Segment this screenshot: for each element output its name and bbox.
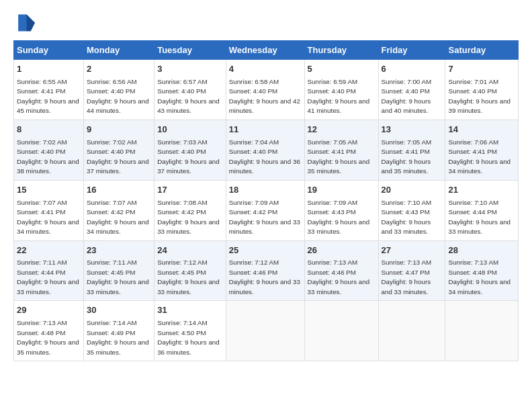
- day-detail: Sunrise: 7:10 AMSunset: 4:44 PMDaylight:…: [448, 199, 511, 236]
- calendar-cell: 15Sunrise: 7:07 AMSunset: 4:41 PMDayligh…: [14, 180, 84, 240]
- calendar-cell: 29Sunrise: 7:13 AMSunset: 4:48 PMDayligh…: [14, 301, 84, 361]
- calendar-table: SundayMondayTuesdayWednesdayThursdayFrid…: [13, 40, 519, 361]
- calendar-cell: [226, 301, 304, 361]
- day-detail: Sunrise: 7:13 AMSunset: 4:47 PMDaylight:…: [382, 259, 432, 295]
- calendar-cell: 26Sunrise: 7:13 AMSunset: 4:46 PMDayligh…: [304, 240, 378, 301]
- day-number: 5: [308, 63, 375, 76]
- day-number: 23: [87, 244, 151, 257]
- logo: [13, 12, 38, 34]
- calendar-cell: 30Sunrise: 7:14 AMSunset: 4:49 PMDayligh…: [84, 301, 154, 361]
- day-number: 11: [229, 124, 302, 136]
- calendar-cell: 10Sunrise: 7:03 AMSunset: 4:40 PMDayligh…: [154, 120, 226, 180]
- calendar-cell: 28Sunrise: 7:13 AMSunset: 4:48 PMDayligh…: [445, 240, 519, 301]
- calendar-week-3: 15Sunrise: 7:07 AMSunset: 4:41 PMDayligh…: [14, 180, 519, 240]
- page: SundayMondayTuesdayWednesdayThursdayFrid…: [0, 0, 532, 411]
- day-number: 8: [17, 124, 81, 136]
- calendar-cell: 2Sunrise: 6:56 AMSunset: 4:40 PMDaylight…: [84, 60, 154, 120]
- day-number: 12: [308, 124, 375, 136]
- day-detail: Sunrise: 7:00 AMSunset: 4:40 PMDaylight:…: [382, 78, 432, 115]
- day-detail: Sunrise: 6:55 AMSunset: 4:41 PMDaylight:…: [17, 78, 79, 115]
- col-header-friday: Friday: [378, 41, 445, 60]
- day-number: 1: [17, 63, 81, 76]
- calendar-cell: 27Sunrise: 7:13 AMSunset: 4:47 PMDayligh…: [378, 240, 445, 301]
- day-detail: Sunrise: 7:13 AMSunset: 4:48 PMDaylight:…: [448, 259, 511, 295]
- day-detail: Sunrise: 7:10 AMSunset: 4:43 PMDaylight:…: [382, 199, 432, 236]
- day-detail: Sunrise: 7:08 AMSunset: 4:42 PMDaylight:…: [157, 199, 220, 236]
- col-header-tuesday: Tuesday: [154, 41, 226, 60]
- col-header-monday: Monday: [84, 41, 154, 60]
- day-number: 2: [87, 63, 151, 76]
- calendar-week-5: 29Sunrise: 7:13 AMSunset: 4:48 PMDayligh…: [14, 301, 519, 361]
- calendar-cell: 25Sunrise: 7:12 AMSunset: 4:46 PMDayligh…: [226, 240, 304, 301]
- calendar-cell: 6Sunrise: 7:00 AMSunset: 4:40 PMDaylight…: [378, 60, 445, 120]
- calendar-cell: 19Sunrise: 7:09 AMSunset: 4:43 PMDayligh…: [304, 180, 378, 240]
- day-number: 21: [448, 184, 515, 197]
- day-number: 14: [448, 124, 515, 136]
- day-number: 15: [17, 184, 81, 197]
- day-detail: Sunrise: 7:05 AMSunset: 4:41 PMDaylight:…: [382, 138, 432, 175]
- day-detail: Sunrise: 6:58 AMSunset: 4:40 PMDaylight:…: [229, 78, 300, 115]
- day-number: 28: [448, 244, 515, 257]
- day-number: 22: [17, 244, 81, 257]
- calendar-cell: 23Sunrise: 7:11 AMSunset: 4:45 PMDayligh…: [84, 240, 154, 301]
- day-detail: Sunrise: 7:06 AMSunset: 4:41 PMDaylight:…: [448, 138, 511, 175]
- col-header-sunday: Sunday: [14, 41, 84, 60]
- day-number: 6: [382, 63, 443, 76]
- day-detail: Sunrise: 7:02 AMSunset: 4:40 PMDaylight:…: [17, 138, 79, 175]
- day-detail: Sunrise: 7:04 AMSunset: 4:40 PMDaylight:…: [229, 138, 300, 175]
- calendar-cell: 5Sunrise: 6:59 AMSunset: 4:40 PMDaylight…: [304, 60, 378, 120]
- day-detail: Sunrise: 7:07 AMSunset: 4:42 PMDaylight:…: [87, 199, 149, 236]
- calendar-week-1: 1Sunrise: 6:55 AMSunset: 4:41 PMDaylight…: [14, 60, 519, 120]
- calendar-cell: 18Sunrise: 7:09 AMSunset: 4:42 PMDayligh…: [226, 180, 304, 240]
- day-detail: Sunrise: 7:09 AMSunset: 4:42 PMDaylight:…: [229, 199, 300, 236]
- day-detail: Sunrise: 7:01 AMSunset: 4:40 PMDaylight:…: [448, 78, 511, 115]
- calendar-cell: [378, 301, 445, 361]
- day-detail: Sunrise: 7:12 AMSunset: 4:46 PMDaylight:…: [229, 259, 300, 295]
- day-number: 17: [157, 184, 223, 197]
- day-detail: Sunrise: 7:02 AMSunset: 4:40 PMDaylight:…: [87, 138, 149, 175]
- day-detail: Sunrise: 7:05 AMSunset: 4:41 PMDaylight:…: [308, 138, 370, 175]
- day-number: 10: [157, 124, 223, 136]
- day-detail: Sunrise: 6:56 AMSunset: 4:40 PMDaylight:…: [87, 78, 149, 115]
- col-header-thursday: Thursday: [304, 41, 378, 60]
- day-number: 30: [87, 304, 151, 317]
- day-number: 18: [229, 184, 302, 197]
- day-detail: Sunrise: 7:14 AMSunset: 4:49 PMDaylight:…: [87, 319, 149, 356]
- calendar-cell: 13Sunrise: 7:05 AMSunset: 4:41 PMDayligh…: [378, 120, 445, 180]
- day-number: 13: [382, 124, 443, 136]
- day-detail: Sunrise: 6:59 AMSunset: 4:40 PMDaylight:…: [308, 78, 370, 115]
- calendar-cell: 11Sunrise: 7:04 AMSunset: 4:40 PMDayligh…: [226, 120, 304, 180]
- day-detail: Sunrise: 7:13 AMSunset: 4:46 PMDaylight:…: [308, 259, 370, 295]
- calendar-cell: 9Sunrise: 7:02 AMSunset: 4:40 PMDaylight…: [84, 120, 154, 180]
- calendar-cell: 12Sunrise: 7:05 AMSunset: 4:41 PMDayligh…: [304, 120, 378, 180]
- calendar-cell: 21Sunrise: 7:10 AMSunset: 4:44 PMDayligh…: [445, 180, 519, 240]
- calendar-week-2: 8Sunrise: 7:02 AMSunset: 4:40 PMDaylight…: [14, 120, 519, 180]
- calendar-cell: 17Sunrise: 7:08 AMSunset: 4:42 PMDayligh…: [154, 180, 226, 240]
- calendar-cell: [304, 301, 378, 361]
- calendar-cell: 8Sunrise: 7:02 AMSunset: 4:40 PMDaylight…: [14, 120, 84, 180]
- col-header-saturday: Saturday: [445, 41, 519, 60]
- day-number: 3: [157, 63, 223, 76]
- day-number: 19: [308, 184, 375, 197]
- header-row: SundayMondayTuesdayWednesdayThursdayFrid…: [14, 41, 519, 60]
- calendar-cell: 22Sunrise: 7:11 AMSunset: 4:44 PMDayligh…: [14, 240, 84, 301]
- col-header-wednesday: Wednesday: [226, 41, 304, 60]
- day-detail: Sunrise: 7:12 AMSunset: 4:45 PMDaylight:…: [157, 259, 220, 295]
- day-number: 26: [308, 244, 375, 257]
- day-number: 9: [87, 124, 151, 136]
- calendar-cell: 31Sunrise: 7:14 AMSunset: 4:50 PMDayligh…: [154, 301, 226, 361]
- day-detail: Sunrise: 6:57 AMSunset: 4:40 PMDaylight:…: [157, 78, 220, 115]
- day-number: 31: [157, 304, 223, 317]
- day-detail: Sunrise: 7:09 AMSunset: 4:43 PMDaylight:…: [308, 199, 370, 236]
- day-number: 25: [229, 244, 302, 257]
- day-detail: Sunrise: 7:13 AMSunset: 4:48 PMDaylight:…: [17, 319, 79, 356]
- day-number: 4: [229, 63, 302, 76]
- calendar-cell: [445, 301, 519, 361]
- calendar-cell: 1Sunrise: 6:55 AMSunset: 4:41 PMDaylight…: [14, 60, 84, 120]
- logo-icon: [13, 12, 35, 34]
- day-detail: Sunrise: 7:07 AMSunset: 4:41 PMDaylight:…: [17, 199, 79, 236]
- day-number: 27: [382, 244, 443, 257]
- calendar-cell: 20Sunrise: 7:10 AMSunset: 4:43 PMDayligh…: [378, 180, 445, 240]
- day-number: 16: [87, 184, 151, 197]
- day-detail: Sunrise: 7:11 AMSunset: 4:45 PMDaylight:…: [87, 259, 149, 295]
